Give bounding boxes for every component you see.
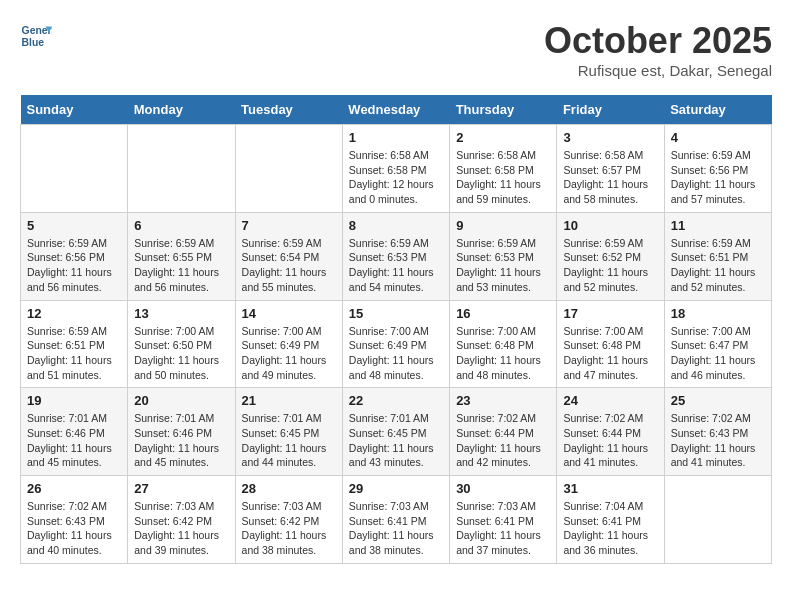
day-info: Sunrise: 7:01 AM Sunset: 6:46 PM Dayligh… <box>134 411 228 470</box>
day-info: Sunrise: 7:02 AM Sunset: 6:43 PM Dayligh… <box>27 499 121 558</box>
table-row <box>235 125 342 213</box>
table-row <box>128 125 235 213</box>
svg-text:Blue: Blue <box>22 37 45 48</box>
day-number: 16 <box>456 306 550 321</box>
day-info: Sunrise: 6:59 AM Sunset: 6:51 PM Dayligh… <box>27 324 121 383</box>
day-info: Sunrise: 7:01 AM Sunset: 6:46 PM Dayligh… <box>27 411 121 470</box>
day-info: Sunrise: 6:59 AM Sunset: 6:54 PM Dayligh… <box>242 236 336 295</box>
logo-icon: General Blue <box>20 20 52 52</box>
header-friday: Friday <box>557 95 664 125</box>
table-row <box>664 476 771 564</box>
day-number: 14 <box>242 306 336 321</box>
table-row: 17Sunrise: 7:00 AM Sunset: 6:48 PM Dayli… <box>557 300 664 388</box>
page-header: General Blue October 2025 Rufisque est, … <box>20 20 772 79</box>
calendar-week-row: 12Sunrise: 6:59 AM Sunset: 6:51 PM Dayli… <box>21 300 772 388</box>
day-info: Sunrise: 7:03 AM Sunset: 6:41 PM Dayligh… <box>349 499 443 558</box>
day-info: Sunrise: 6:58 AM Sunset: 6:58 PM Dayligh… <box>349 148 443 207</box>
day-number: 20 <box>134 393 228 408</box>
table-row: 25Sunrise: 7:02 AM Sunset: 6:43 PM Dayli… <box>664 388 771 476</box>
day-info: Sunrise: 7:00 AM Sunset: 6:48 PM Dayligh… <box>563 324 657 383</box>
day-number: 31 <box>563 481 657 496</box>
table-row: 24Sunrise: 7:02 AM Sunset: 6:44 PM Dayli… <box>557 388 664 476</box>
day-number: 11 <box>671 218 765 233</box>
day-number: 19 <box>27 393 121 408</box>
table-row: 31Sunrise: 7:04 AM Sunset: 6:41 PM Dayli… <box>557 476 664 564</box>
day-number: 12 <box>27 306 121 321</box>
day-info: Sunrise: 6:59 AM Sunset: 6:55 PM Dayligh… <box>134 236 228 295</box>
header-sunday: Sunday <box>21 95 128 125</box>
table-row: 18Sunrise: 7:00 AM Sunset: 6:47 PM Dayli… <box>664 300 771 388</box>
day-info: Sunrise: 7:01 AM Sunset: 6:45 PM Dayligh… <box>242 411 336 470</box>
day-info: Sunrise: 7:04 AM Sunset: 6:41 PM Dayligh… <box>563 499 657 558</box>
day-number: 13 <box>134 306 228 321</box>
day-info: Sunrise: 7:03 AM Sunset: 6:42 PM Dayligh… <box>242 499 336 558</box>
day-info: Sunrise: 7:02 AM Sunset: 6:44 PM Dayligh… <box>456 411 550 470</box>
table-row: 11Sunrise: 6:59 AM Sunset: 6:51 PM Dayli… <box>664 212 771 300</box>
day-number: 10 <box>563 218 657 233</box>
day-number: 21 <box>242 393 336 408</box>
day-number: 24 <box>563 393 657 408</box>
table-row <box>21 125 128 213</box>
day-number: 23 <box>456 393 550 408</box>
title-section: October 2025 Rufisque est, Dakar, Senega… <box>544 20 772 79</box>
table-row: 2Sunrise: 6:58 AM Sunset: 6:58 PM Daylig… <box>450 125 557 213</box>
day-number: 3 <box>563 130 657 145</box>
calendar-week-row: 26Sunrise: 7:02 AM Sunset: 6:43 PM Dayli… <box>21 476 772 564</box>
day-info: Sunrise: 6:58 AM Sunset: 6:58 PM Dayligh… <box>456 148 550 207</box>
table-row: 21Sunrise: 7:01 AM Sunset: 6:45 PM Dayli… <box>235 388 342 476</box>
table-row: 28Sunrise: 7:03 AM Sunset: 6:42 PM Dayli… <box>235 476 342 564</box>
table-row: 15Sunrise: 7:00 AM Sunset: 6:49 PM Dayli… <box>342 300 449 388</box>
day-info: Sunrise: 7:00 AM Sunset: 6:50 PM Dayligh… <box>134 324 228 383</box>
day-info: Sunrise: 7:02 AM Sunset: 6:44 PM Dayligh… <box>563 411 657 470</box>
table-row: 23Sunrise: 7:02 AM Sunset: 6:44 PM Dayli… <box>450 388 557 476</box>
day-info: Sunrise: 7:00 AM Sunset: 6:49 PM Dayligh… <box>349 324 443 383</box>
day-number: 27 <box>134 481 228 496</box>
logo: General Blue <box>20 20 52 52</box>
header-monday: Monday <box>128 95 235 125</box>
calendar-week-row: 1Sunrise: 6:58 AM Sunset: 6:58 PM Daylig… <box>21 125 772 213</box>
table-row: 30Sunrise: 7:03 AM Sunset: 6:41 PM Dayli… <box>450 476 557 564</box>
calendar-table: Sunday Monday Tuesday Wednesday Thursday… <box>20 95 772 564</box>
day-number: 5 <box>27 218 121 233</box>
day-number: 6 <box>134 218 228 233</box>
day-number: 7 <box>242 218 336 233</box>
table-row: 13Sunrise: 7:00 AM Sunset: 6:50 PM Dayli… <box>128 300 235 388</box>
day-number: 26 <box>27 481 121 496</box>
table-row: 3Sunrise: 6:58 AM Sunset: 6:57 PM Daylig… <box>557 125 664 213</box>
day-info: Sunrise: 7:03 AM Sunset: 6:41 PM Dayligh… <box>456 499 550 558</box>
day-info: Sunrise: 7:01 AM Sunset: 6:45 PM Dayligh… <box>349 411 443 470</box>
table-row: 26Sunrise: 7:02 AM Sunset: 6:43 PM Dayli… <box>21 476 128 564</box>
table-row: 19Sunrise: 7:01 AM Sunset: 6:46 PM Dayli… <box>21 388 128 476</box>
month-title: October 2025 <box>544 20 772 62</box>
day-number: 8 <box>349 218 443 233</box>
calendar-header-row: Sunday Monday Tuesday Wednesday Thursday… <box>21 95 772 125</box>
day-info: Sunrise: 7:00 AM Sunset: 6:48 PM Dayligh… <box>456 324 550 383</box>
location-subtitle: Rufisque est, Dakar, Senegal <box>544 62 772 79</box>
header-wednesday: Wednesday <box>342 95 449 125</box>
day-number: 17 <box>563 306 657 321</box>
day-number: 22 <box>349 393 443 408</box>
table-row: 8Sunrise: 6:59 AM Sunset: 6:53 PM Daylig… <box>342 212 449 300</box>
table-row: 29Sunrise: 7:03 AM Sunset: 6:41 PM Dayli… <box>342 476 449 564</box>
header-tuesday: Tuesday <box>235 95 342 125</box>
day-info: Sunrise: 6:59 AM Sunset: 6:56 PM Dayligh… <box>27 236 121 295</box>
day-info: Sunrise: 6:59 AM Sunset: 6:53 PM Dayligh… <box>349 236 443 295</box>
table-row: 22Sunrise: 7:01 AM Sunset: 6:45 PM Dayli… <box>342 388 449 476</box>
table-row: 7Sunrise: 6:59 AM Sunset: 6:54 PM Daylig… <box>235 212 342 300</box>
day-number: 30 <box>456 481 550 496</box>
table-row: 12Sunrise: 6:59 AM Sunset: 6:51 PM Dayli… <box>21 300 128 388</box>
table-row: 1Sunrise: 6:58 AM Sunset: 6:58 PM Daylig… <box>342 125 449 213</box>
day-info: Sunrise: 7:03 AM Sunset: 6:42 PM Dayligh… <box>134 499 228 558</box>
table-row: 9Sunrise: 6:59 AM Sunset: 6:53 PM Daylig… <box>450 212 557 300</box>
day-number: 9 <box>456 218 550 233</box>
header-thursday: Thursday <box>450 95 557 125</box>
day-number: 28 <box>242 481 336 496</box>
day-info: Sunrise: 6:59 AM Sunset: 6:52 PM Dayligh… <box>563 236 657 295</box>
table-row: 6Sunrise: 6:59 AM Sunset: 6:55 PM Daylig… <box>128 212 235 300</box>
day-number: 25 <box>671 393 765 408</box>
day-info: Sunrise: 6:59 AM Sunset: 6:53 PM Dayligh… <box>456 236 550 295</box>
table-row: 27Sunrise: 7:03 AM Sunset: 6:42 PM Dayli… <box>128 476 235 564</box>
table-row: 16Sunrise: 7:00 AM Sunset: 6:48 PM Dayli… <box>450 300 557 388</box>
day-number: 1 <box>349 130 443 145</box>
table-row: 10Sunrise: 6:59 AM Sunset: 6:52 PM Dayli… <box>557 212 664 300</box>
